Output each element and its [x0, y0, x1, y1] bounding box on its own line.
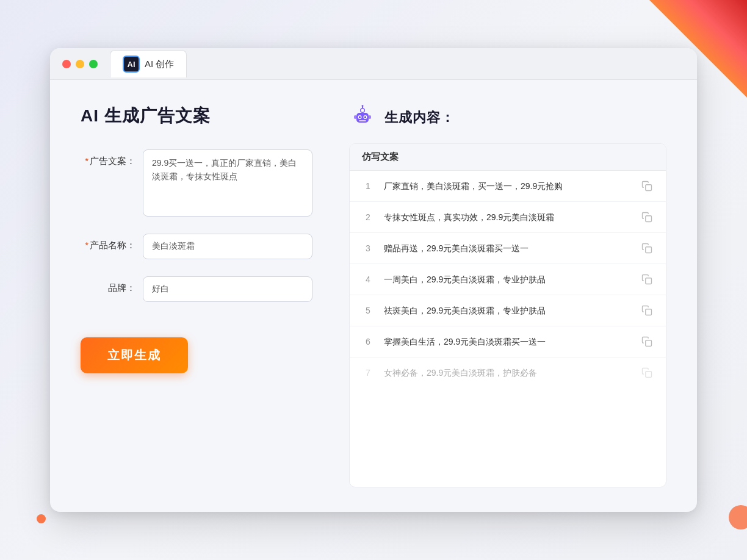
copy-icon[interactable] — [640, 366, 654, 379]
brand-label: 品牌： — [81, 276, 135, 294]
table-header: 仿写文案 — [350, 144, 666, 171]
ai-tab-icon: AI — [123, 56, 140, 73]
row-text: 祛斑美白，29.9元美白淡斑霜，专业护肤品 — [384, 304, 630, 317]
svg-point-3 — [362, 105, 364, 107]
ad-copy-input[interactable]: 29.9买一送一，真正的厂家直销，美白淡斑霜，专抹女性斑点 — [143, 149, 312, 217]
traffic-lights — [62, 60, 98, 68]
table-row: 4一周美白，29.9元美白淡斑霜，专业护肤品 — [350, 264, 666, 295]
tab-label: AI 创作 — [145, 59, 174, 70]
main-content: AI 生成广告文案 *广告文案： 29.9买一送一，真正的厂家直销，美白淡斑霜，… — [50, 80, 697, 512]
generate-button[interactable]: 立即生成 — [81, 337, 188, 373]
copy-icon[interactable] — [640, 242, 654, 255]
svg-point-8 — [364, 117, 366, 118]
table-row: 7女神必备，29.9元美白淡斑霜，护肤必备 — [350, 357, 666, 388]
corner-decoration-bl — [37, 514, 46, 523]
svg-rect-16 — [646, 309, 652, 315]
svg-rect-14 — [646, 247, 652, 253]
left-panel: AI 生成广告文案 *广告文案： 29.9买一送一，真正的厂家直销，美白淡斑霜，… — [81, 104, 312, 487]
row-text: 赠品再送，29.9元美白淡斑霜买一送一 — [384, 242, 630, 255]
brand-group: 品牌： — [81, 276, 312, 302]
svg-point-7 — [359, 117, 361, 118]
row-text: 专抹女性斑点，真实功效，29.9元美白淡斑霜 — [384, 211, 630, 224]
title-bar: AI AI 创作 — [50, 48, 697, 80]
row-text: 一周美白，29.9元美白淡斑霜，专业护肤品 — [384, 273, 630, 286]
table-row: 1厂家直销，美白淡斑霜，买一送一，29.9元抢购 — [350, 171, 666, 202]
close-button[interactable] — [62, 60, 71, 68]
row-number: 7 — [362, 368, 374, 378]
result-title: 生成内容： — [384, 109, 455, 127]
svg-rect-15 — [646, 278, 652, 284]
row-text: 女神必备，29.9元美白淡斑霜，护肤必备 — [384, 367, 630, 379]
result-header: 生成内容： — [349, 104, 666, 131]
browser-window: AI AI 创作 AI 生成广告文案 *广告文案： 29.9买一送一，真正的厂家… — [50, 48, 697, 512]
svg-rect-13 — [646, 216, 652, 222]
row-text: 掌握美白生活，29.9元美白淡斑霜买一送一 — [384, 336, 630, 348]
row-number: 4 — [362, 275, 374, 284]
page-title: AI 生成广告文案 — [81, 104, 312, 127]
row-number: 2 — [362, 212, 374, 222]
ai-tab[interactable]: AI AI 创作 — [110, 50, 187, 77]
svg-rect-11 — [369, 115, 371, 119]
row-number: 3 — [362, 243, 374, 253]
table-row: 2专抹女性斑点，真实功效，29.9元美白淡斑霜 — [350, 202, 666, 233]
svg-point-1 — [361, 109, 364, 112]
robot-icon — [349, 104, 376, 131]
right-panel: 生成内容： 仿写文案 1厂家直销，美白淡斑霜，买一送一，29.9元抢购 2专抹女… — [349, 104, 666, 487]
copy-icon[interactable] — [640, 179, 654, 193]
svg-rect-17 — [646, 340, 652, 346]
copy-icon[interactable] — [640, 273, 654, 286]
copy-icon[interactable] — [640, 304, 654, 317]
ad-copy-group: *广告文案： 29.9买一送一，真正的厂家直销，美白淡斑霜，专抹女性斑点 — [81, 149, 312, 217]
results-container: 1厂家直销，美白淡斑霜，买一送一，29.9元抢购 2专抹女性斑点，真实功效，29… — [350, 171, 666, 388]
copy-icon[interactable] — [640, 210, 654, 224]
result-table: 仿写文案 1厂家直销，美白淡斑霜，买一送一，29.9元抢购 2专抹女性斑点，真实… — [349, 143, 666, 487]
required-star-ad: * — [85, 156, 88, 166]
svg-rect-18 — [646, 372, 652, 378]
product-name-input[interactable] — [143, 234, 312, 259]
corner-decoration-br — [729, 505, 747, 529]
table-row: 3赠品再送，29.9元美白淡斑霜买一送一 — [350, 233, 666, 264]
required-star-product: * — [85, 240, 88, 250]
row-text: 厂家直销，美白淡斑霜，买一送一，29.9元抢购 — [384, 180, 630, 193]
row-number: 6 — [362, 337, 374, 346]
svg-rect-10 — [354, 115, 356, 119]
maximize-button[interactable] — [89, 60, 98, 68]
row-number: 1 — [362, 181, 374, 191]
ad-copy-label: *广告文案： — [81, 149, 135, 167]
minimize-button[interactable] — [76, 60, 84, 68]
row-number: 5 — [362, 306, 374, 315]
copy-icon[interactable] — [640, 335, 654, 348]
product-name-label: *产品名称： — [81, 234, 135, 251]
product-name-group: *产品名称： — [81, 234, 312, 259]
table-row: 6掌握美白生活，29.9元美白淡斑霜买一送一 — [350, 326, 666, 357]
brand-input[interactable] — [143, 276, 312, 302]
table-row: 5祛斑美白，29.9元美白淡斑霜，专业护肤品 — [350, 295, 666, 326]
svg-rect-12 — [646, 185, 652, 191]
